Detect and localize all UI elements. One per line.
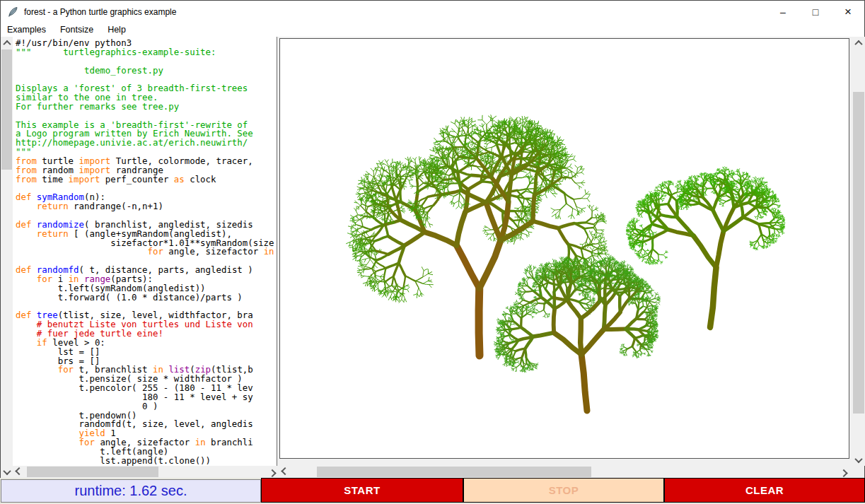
clear-button[interactable]: CLEAR xyxy=(664,478,865,503)
code-line: from time import perf_counter as clock xyxy=(16,175,274,184)
maximize-icon[interactable]: □ xyxy=(799,1,832,23)
scroll-left-icon[interactable] xyxy=(279,466,291,478)
canvas-hscroll-thumb[interactable] xyxy=(317,467,591,477)
editor-hscrollbar[interactable] xyxy=(13,466,278,478)
start-button[interactable]: START xyxy=(261,478,463,503)
code-line: return randrange(-n,n+1) xyxy=(16,202,274,211)
scroll-up-icon[interactable] xyxy=(852,37,864,49)
scroll-down-icon[interactable] xyxy=(852,454,864,466)
menu-item-examples[interactable]: Examples xyxy=(7,23,53,36)
scroll-right-icon[interactable] xyxy=(837,466,849,478)
canvas-vscrollbar[interactable] xyxy=(852,37,865,466)
scroll-right-icon[interactable] xyxy=(266,466,278,478)
close-icon[interactable]: × xyxy=(832,1,864,23)
code-line: For further remarks see tree.py xyxy=(16,102,274,112)
runtime-label: runtime: 1.62 sec. xyxy=(1,479,261,503)
scroll-left-icon[interactable] xyxy=(13,466,25,478)
canvas-hscrollbar[interactable] xyxy=(279,466,849,478)
window-title: forest - a Python turtle graphics exampl… xyxy=(24,7,176,17)
scroll-up-icon[interactable] xyxy=(1,37,13,49)
code-line: """ turtlegraphics-example-suite: xyxy=(16,48,274,57)
minimize-icon[interactable]: – xyxy=(767,1,799,23)
stop-button[interactable]: STOP xyxy=(463,478,664,503)
code-line: t.forward( (1.0 * distance)/parts ) xyxy=(16,293,274,303)
main-area: #!/usr/bin/env python3""" turtlegraphics… xyxy=(1,37,864,478)
canvas-vscroll-thumb[interactable] xyxy=(853,92,864,414)
code-line: for angle, sizefactor in xyxy=(16,247,274,257)
editor-vscrollbar[interactable] xyxy=(1,37,13,478)
editor-hscroll-thumb[interactable] xyxy=(27,467,158,477)
menu-item-help[interactable]: Help xyxy=(100,23,133,36)
menu-item-fontsize[interactable]: Fontsize xyxy=(53,23,100,36)
status-bar: runtime: 1.62 sec. START STOP CLEAR xyxy=(0,478,865,504)
code-editor[interactable]: #!/usr/bin/env python3""" turtlegraphics… xyxy=(13,37,277,466)
canvas-frame xyxy=(279,38,849,459)
turtle-canvas xyxy=(280,39,849,458)
code-text: #!/usr/bin/env python3""" turtlegraphics… xyxy=(16,39,274,466)
scroll-down-icon[interactable] xyxy=(1,466,13,478)
title-bar: forest - a Python turtle graphics exampl… xyxy=(1,1,864,23)
menu-bar: ExamplesFontsizeHelp xyxy=(1,23,864,37)
code-line: tdemo_forest.py xyxy=(16,66,274,76)
window-controls: – □ × xyxy=(767,1,864,23)
code-line: lst.append(t.clone()) xyxy=(16,457,274,466)
editor-vscroll-thumb[interactable] xyxy=(1,49,12,170)
app-window: forest - a Python turtle graphics exampl… xyxy=(0,0,865,504)
code-line: http://homepage.univie.ac.at/erich.neuwi… xyxy=(16,139,274,148)
feather-icon xyxy=(7,6,18,18)
